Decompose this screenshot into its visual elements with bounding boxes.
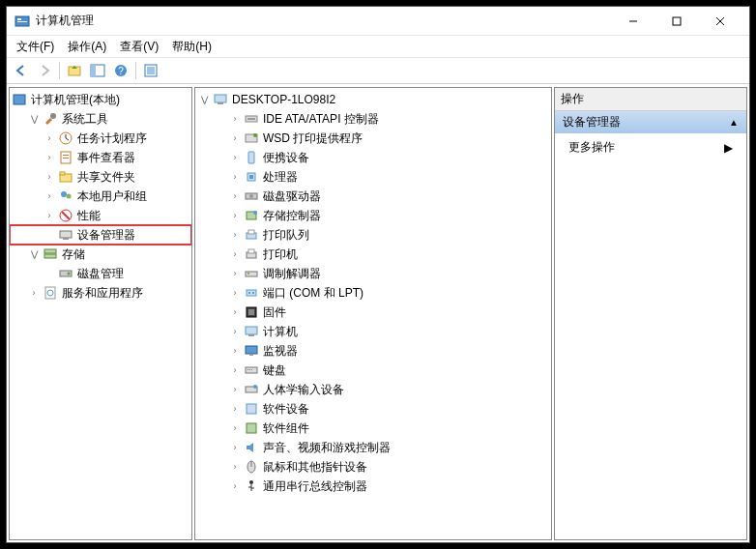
expand-icon[interactable]: › (228, 305, 242, 319)
expand-icon[interactable]: › (228, 363, 242, 377)
expand-icon[interactable]: › (228, 325, 242, 338)
device-category[interactable]: ›打印队列 (195, 225, 551, 245)
expand-icon[interactable]: › (228, 267, 242, 280)
tree-label: 打印机 (263, 246, 298, 263)
tree-label: 服务和应用程序 (62, 285, 143, 302)
up-button[interactable] (64, 60, 85, 81)
expand-icon[interactable]: › (43, 189, 56, 203)
forward-button[interactable] (34, 60, 55, 81)
maximize-button[interactable] (654, 8, 698, 35)
expand-icon[interactable]: › (228, 151, 242, 164)
device-category[interactable]: ›调制解调器 (195, 264, 551, 283)
expand-icon[interactable]: › (27, 286, 41, 300)
navigation-tree: 计算机管理(本地) ⋁ 系统工具 › 任务计划程序 › 事件查看器 (9, 87, 192, 540)
menu-help[interactable]: 帮助(H) (166, 37, 218, 57)
expand-icon[interactable]: › (228, 344, 242, 358)
device-category[interactable]: ›IDE ATA/ATAPI 控制器 (195, 109, 551, 129)
actions-header: 操作 (555, 88, 746, 111)
expand-icon[interactable]: › (228, 189, 242, 203)
device-category[interactable]: ›固件 (195, 303, 551, 322)
tree-system-tools[interactable]: ⋁ 系统工具 (10, 109, 191, 129)
tree-disk-management[interactable]: › 磁盘管理 (10, 264, 191, 283)
expand-icon[interactable]: › (228, 112, 242, 126)
expand-icon[interactable]: › (228, 421, 242, 435)
close-button[interactable] (698, 8, 741, 35)
collapse-icon[interactable]: ▲ (729, 117, 739, 128)
expand-icon[interactable]: › (43, 131, 56, 145)
collapse-icon[interactable]: ⋁ (27, 247, 41, 261)
svg-point-43 (249, 194, 253, 198)
tree-device-manager[interactable]: › 设备管理器 (10, 225, 191, 245)
svg-rect-9 (91, 65, 96, 76)
event-icon (58, 150, 73, 165)
tree-label: 键盘 (263, 362, 286, 379)
device-category[interactable]: ›WSD 打印提供程序 (195, 129, 551, 148)
tree-label: 本地用户和组 (77, 188, 147, 205)
actions-group[interactable]: 设备管理器 ▲ (555, 111, 746, 133)
content-area: 计算机管理(本地) ⋁ 系统工具 › 任务计划程序 › 事件查看器 (7, 84, 749, 542)
tree-task-scheduler[interactable]: › 任务计划程序 (10, 129, 191, 148)
collapse-icon[interactable]: ⋁ (197, 93, 211, 106)
device-category[interactable]: ›便携设备 (195, 148, 551, 167)
tools-icon (43, 111, 58, 127)
minimize-button[interactable] (611, 8, 654, 35)
collapse-icon[interactable]: ⋁ (27, 112, 41, 126)
tree-services-apps[interactable]: › 服务和应用程序 (10, 283, 191, 303)
storage-ctrl-icon (244, 208, 259, 223)
expand-icon[interactable]: › (228, 383, 242, 396)
tree-label: 系统工具 (62, 111, 108, 128)
expand-icon[interactable]: › (228, 131, 242, 145)
device-category[interactable]: ›软件组件 (195, 419, 551, 438)
device-category[interactable]: ›键盘 (195, 361, 551, 380)
clock-icon (58, 130, 73, 146)
device-category[interactable]: ›软件设备 (195, 399, 551, 419)
device-category[interactable]: ›鼠标和其他指针设备 (195, 457, 551, 477)
expand-icon[interactable]: › (228, 286, 242, 300)
back-button[interactable] (11, 60, 32, 81)
actions-more[interactable]: 更多操作 ▶ (555, 133, 746, 161)
expand-icon[interactable]: › (228, 170, 242, 184)
device-category[interactable]: ›处理器 (195, 167, 551, 187)
svg-rect-56 (248, 309, 254, 315)
expand-icon[interactable]: › (228, 228, 242, 242)
device-category[interactable]: ›端口 (COM 和 LPT) (195, 283, 551, 303)
device-category[interactable]: ›监视器 (195, 341, 551, 361)
device-category[interactable]: ›通用串行总线控制器 (195, 477, 551, 496)
expand-icon[interactable]: › (228, 441, 242, 454)
tree-storage[interactable]: ⋁ 存储 (10, 245, 191, 264)
device-category[interactable]: ›人体学输入设备 (195, 380, 551, 399)
tree-root[interactable]: 计算机管理(本地) (10, 90, 191, 109)
menu-action[interactable]: 操作(A) (62, 37, 112, 57)
tree-performance[interactable]: › 性能 (10, 206, 191, 225)
device-category[interactable]: ›磁盘驱动器 (195, 187, 551, 206)
menu-bar: 文件(F) 操作(A) 查看(V) 帮助(H) (7, 36, 749, 57)
svg-rect-14 (14, 95, 25, 104)
disk-icon (58, 266, 73, 281)
device-category[interactable]: ›存储控制器 (195, 206, 551, 225)
menu-file[interactable]: 文件(F) (11, 37, 60, 57)
expand-icon[interactable]: › (43, 151, 56, 164)
svg-rect-39 (248, 152, 254, 163)
tree-shared-folders[interactable]: › 共享文件夹 (10, 167, 191, 187)
tree-event-viewer[interactable]: › 事件查看器 (10, 148, 191, 167)
device-category[interactable]: ›声音、视频和游戏控制器 (195, 438, 551, 457)
expand-icon[interactable]: › (228, 209, 242, 222)
expand-icon[interactable]: › (228, 247, 242, 261)
expand-icon[interactable]: › (228, 479, 242, 493)
device-category[interactable]: ›打印机 (195, 245, 551, 264)
tree-local-users[interactable]: › 本地用户和组 (10, 187, 191, 206)
show-hide-tree-button[interactable] (87, 60, 108, 81)
device-category[interactable]: ›计算机 (195, 322, 551, 341)
expand-icon[interactable]: › (43, 209, 56, 222)
help-button[interactable]: ? (110, 60, 131, 81)
device-root[interactable]: ⋁ DESKTOP-1LO98I2 (195, 90, 551, 109)
modem-icon (244, 266, 259, 281)
port-icon (244, 285, 259, 301)
svg-rect-58 (248, 334, 254, 336)
expand-icon[interactable]: › (228, 460, 242, 474)
tree-label: 通用串行总线控制器 (263, 478, 367, 495)
expand-icon[interactable]: › (228, 402, 242, 416)
expand-icon[interactable]: › (43, 170, 56, 184)
refresh-button[interactable] (140, 60, 161, 81)
menu-view[interactable]: 查看(V) (114, 37, 164, 57)
